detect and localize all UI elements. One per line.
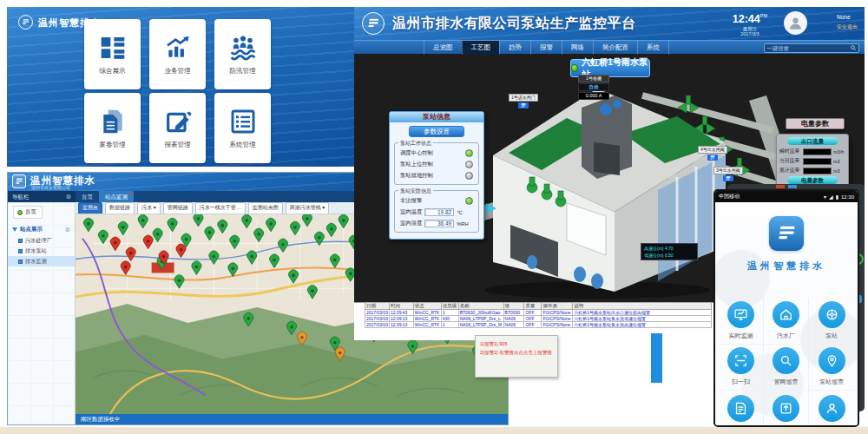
table-cell: 2017/03/03	[365, 310, 390, 316]
map-toolbar-button-6[interactable]: 监测站点图	[248, 202, 283, 214]
table-row[interactable]: 2017/03/0312:39:13WinCC_RTK1NA06_LTPSP_D…	[365, 322, 712, 328]
map-toolbar-button-1[interactable]: 监测点	[78, 202, 102, 214]
logout-link[interactable]: 安全退出	[837, 24, 858, 30]
work-status-row: 泵站就地控制	[398, 170, 475, 181]
phone-app-8[interactable]: 事件上报	[764, 391, 809, 427]
scada-tab-6[interactable]: 简介配置	[593, 41, 637, 55]
map-toolbar-button-2[interactable]: 数据链路	[105, 202, 135, 214]
scrollbar-fragment[interactable]	[651, 333, 662, 383]
scada-tab-5[interactable]: 网络	[562, 41, 593, 55]
app-icon-circle	[773, 395, 799, 422]
table-row[interactable]: 2017/03/0312:39:43WinCC_RTK1BT0930_JiShu…	[365, 310, 712, 316]
tile-label: 案卷管理	[100, 141, 126, 149]
humidity-row: 室内湿度 36.49 %RH	[398, 218, 475, 229]
sidebar-tree: 污水处理厂排水泵站排水监测	[8, 235, 75, 266]
sidebar-tree-item-1[interactable]: 污水处理厂	[8, 235, 75, 246]
dashboard-tile-2[interactable]: 业务管理	[149, 19, 206, 89]
sidebar-tree-item-2[interactable]: 排水泵站	[8, 246, 75, 256]
row-value	[803, 148, 832, 155]
phone-app-7[interactable]: 积水点上报	[719, 391, 764, 427]
sidebar-group-stations[interactable]: 站点展示 ⚙	[8, 224, 75, 235]
scada-tab-3[interactable]: 趋势	[499, 41, 530, 55]
level-indicator-box: 高液位(m) 4.70 低液位(m) 0.50	[641, 243, 698, 260]
data-row: 累计流量m3	[779, 167, 845, 174]
dashboard-tile-5[interactable]: 报表管理	[149, 93, 206, 163]
layer-icon	[18, 260, 23, 264]
column-header: 时间	[389, 303, 413, 310]
scada-title: 温州市排水有限公司泵站生产监控平台	[392, 15, 636, 33]
phone-app-4[interactable]: 扫一扫	[719, 345, 764, 391]
phone-app-title: 温州智慧排水	[715, 260, 858, 273]
scada-tab-7[interactable]: 系统	[637, 41, 669, 55]
scada-tab-1[interactable]: 总览图	[424, 41, 462, 55]
phone-app-6[interactable]: 泵站巡查	[809, 345, 854, 391]
gear-icon[interactable]: ⚙	[65, 227, 70, 233]
temperature-unit: ℃	[457, 210, 463, 215]
flood-icon	[229, 34, 257, 62]
scada-tab-2[interactable]: 工艺图	[462, 41, 500, 55]
phone-app-2[interactable]: 污水厂	[764, 298, 809, 345]
table-cell: 六虹桥1号雨水泵站集水池高液位报警	[573, 322, 712, 328]
map-tab-1[interactable]: 首页	[76, 191, 99, 202]
scada-tabs: 总览图工艺图趋势报警网络简介配置系统	[424, 41, 669, 55]
app-icon-circle	[819, 395, 845, 422]
table-cell: 12:39:13	[389, 322, 413, 328]
phone-app-3[interactable]: 泵站	[809, 298, 854, 345]
column-header: 名称	[458, 303, 503, 310]
dashboard-tile-grid: 综合展示业务管理防汛管理案卷管理报表管理系统管理	[84, 19, 345, 163]
phone-app-1[interactable]: 实时监测	[719, 298, 764, 345]
map-toolbar-button-7[interactable]: 两港污水管线 ▾	[286, 202, 330, 214]
map-toolbar-button-5[interactable]: 污水一线次干管…	[195, 202, 246, 214]
sidebar-item-home[interactable]: 首页	[13, 206, 43, 219]
map-sidebar: 首页 站点展示 ⚙ 污水处理厂排水泵站排水监测	[8, 202, 76, 424]
parameter-settings-button[interactable]: 参数设置	[409, 126, 464, 137]
scan-icon	[733, 353, 748, 368]
search-box	[764, 43, 859, 53]
row-value	[803, 168, 832, 174]
app-label: 泵站	[825, 332, 838, 340]
search-input[interactable]	[766, 45, 850, 51]
tile-label: 综合展示	[100, 67, 126, 76]
inlet-valve-label: 1号进水闸门	[509, 94, 538, 102]
avatar[interactable]	[784, 11, 807, 35]
map-toolbar-button-4[interactable]: 管网链路	[163, 202, 193, 214]
table-cell: NA06_LTPSP_Dre_L	[458, 316, 503, 322]
phone-app-5[interactable]: 管网巡查	[764, 345, 809, 391]
valve-label: 3号出水闸阀	[713, 167, 743, 174]
alarm-table[interactable]: 日期时间状态优先级名称值质量操作员说明2017/03/0312:39:43Win…	[365, 302, 712, 328]
row-unit: m3	[833, 159, 845, 164]
dashboard-tile-1[interactable]: 综合展示	[84, 19, 141, 89]
dashboard-tile-3[interactable]: 防汛管理	[214, 19, 271, 89]
table-row[interactable]: 2017/03/0312:39:13WinCC_RTK430NA06_LTPSP…	[365, 316, 712, 322]
phone-panel: 中国移动 ▾ ◢ ▮ 12:30 温州智慧排水 实时监测污水厂泵站扫一扫管网巡查…	[713, 189, 859, 427]
table-cell: FGICPS/None	[542, 316, 573, 322]
phone-app-9[interactable]: 个人中心	[809, 391, 854, 427]
map-tab-2[interactable]: 站点监测	[99, 191, 134, 202]
power-panel-title: 电量参数	[787, 176, 838, 184]
dashboard-tile-6[interactable]: 系统管理	[214, 93, 271, 163]
led-indicator	[465, 161, 473, 168]
alarm-label: 非法报警	[400, 197, 422, 205]
app-logo-icon	[18, 15, 33, 30]
screenshot-canvas: 温州智慧排水 综合展示业务管理防汛管理案卷管理报表管理系统管理 温州智慧排水 温…	[0, 0, 868, 434]
row-unit: m3	[833, 168, 845, 174]
filter-icon	[12, 227, 17, 232]
scada-tab-4[interactable]: 报警	[530, 41, 562, 55]
table-cell: 12:39:13	[389, 316, 413, 322]
sidebar-tree-item-3[interactable]: 排水监测	[8, 256, 75, 266]
temperature-row: 室内温度 19.82 ℃	[398, 207, 475, 218]
map-toolbar-button-3[interactable]: 污水 ▾	[137, 202, 161, 214]
electric-parameters-button[interactable]: 电量参数	[786, 118, 845, 129]
status-time: 12:30	[841, 194, 854, 200]
dashboard-tile-4[interactable]: 案卷管理	[84, 93, 141, 163]
table-cell: BT0930_JiShuiKGao	[458, 310, 503, 316]
station-info-panel: 泵站信息 参数设置 泵站工作状态 调度中心控制泵站上位控制泵站就地控制 泵站安防…	[389, 111, 484, 240]
gear-icon[interactable]: ⚙	[66, 191, 71, 202]
row-unit: m3/h	[833, 149, 845, 155]
search-icon[interactable]	[850, 44, 857, 51]
work-status-group: 泵站工作状态 调度中心控制泵站上位控制泵站就地控制	[394, 142, 479, 185]
table-cell: 2017/03/03	[365, 322, 390, 328]
table-body: 2017/03/0312:39:43WinCC_RTK1BT0930_JiShu…	[365, 310, 712, 328]
navbar-label: 导航栏	[12, 191, 30, 202]
app-label: 积水点上报	[726, 425, 756, 427]
